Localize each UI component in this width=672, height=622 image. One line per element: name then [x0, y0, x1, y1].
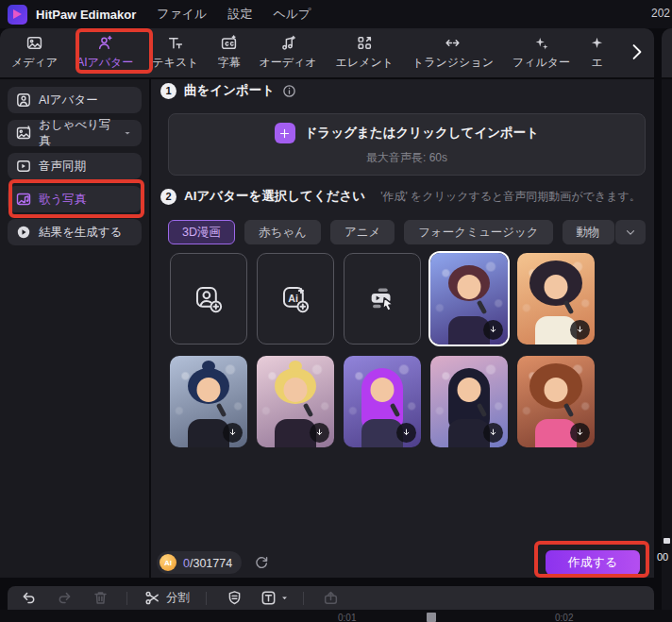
avatar-card-curly-black-hair-singer[interactable] — [517, 253, 595, 345]
split-scissors-icon[interactable] — [144, 590, 160, 606]
category-chip[interactable]: 赤ちゃん — [244, 220, 321, 244]
menu-item[interactable]: ファイル — [157, 6, 207, 23]
category-chip[interactable]: フォークミュージック — [404, 220, 552, 244]
refresh-icon[interactable] — [254, 555, 269, 570]
figure-bun — [289, 361, 302, 372]
download-badge[interactable] — [310, 423, 329, 443]
sidebar-item-singing-photo[interactable]: 歌う写真 — [8, 186, 142, 212]
avatar-card-3d-boy-singer[interactable] — [430, 253, 508, 345]
sidebar-item-lip-sync[interactable]: 音声同期 — [8, 153, 142, 179]
preview-timecode: 00 — [657, 551, 668, 563]
download-badge[interactable] — [570, 320, 590, 340]
sidebar-item-label: 音声同期 — [39, 159, 86, 175]
credits-badge: AI 0/301774 — [157, 551, 242, 574]
sidebar-item-label: 歌う写真 — [39, 192, 86, 208]
undo-icon[interactable] — [21, 590, 37, 606]
app-title: HitPaw Edimakor — [36, 8, 136, 22]
split-label[interactable]: 分割 — [166, 590, 190, 606]
download-icon — [401, 428, 412, 438]
delete-icon[interactable] — [92, 590, 109, 606]
tab-filter[interactable]: フィルター — [503, 28, 580, 77]
figure-head — [458, 275, 481, 299]
timeline-ruler[interactable]: 0:010:02 — [0, 610, 672, 622]
tab-effects[interactable]: エ — [580, 28, 614, 77]
import-plus-button[interactable] — [275, 123, 295, 143]
figure-head — [371, 378, 395, 402]
tab-audio[interactable]: オーディオ — [249, 28, 326, 77]
microphone-prop — [563, 403, 574, 418]
tab-media[interactable]: メディア — [2, 28, 67, 77]
download-badge[interactable] — [483, 320, 503, 340]
chevron-right-icon[interactable] — [627, 42, 647, 62]
avatar-card-blonde-singer[interactable] — [257, 356, 334, 447]
download-badge[interactable] — [483, 423, 503, 443]
export-media-icon[interactable] — [323, 590, 339, 606]
tab-ai-avatar[interactable]: AIアバター — [67, 28, 143, 77]
avatar-card-purple-hair-singer[interactable] — [344, 356, 421, 447]
create-button[interactable]: 作成する — [546, 550, 640, 575]
download-icon — [314, 428, 325, 438]
timeline-tick: 0:02 — [555, 613, 573, 622]
tab-transition[interactable]: トランジション — [403, 28, 503, 77]
menubar-clock-text: 202 — [651, 7, 670, 20]
download-badge[interactable] — [223, 423, 243, 443]
tab-label: 字幕 — [217, 55, 240, 71]
panel-footer: AI 0/301774 作成する — [151, 544, 654, 581]
filter-icon — [533, 35, 549, 51]
expand-categories-button[interactable] — [615, 220, 646, 244]
avatar-card-curly-brown-hair-singer[interactable] — [517, 356, 595, 447]
download-icon — [575, 428, 585, 438]
tab-subtitle[interactable]: 字幕 — [208, 28, 249, 77]
media-icon — [26, 35, 42, 51]
avatar-card-add-photo[interactable] — [170, 253, 247, 345]
step2-header: 2 AIアバターを選択してください '作成' をクリックすると音声同期動画ができ… — [160, 188, 641, 205]
ai-avatar-panel-icon — [16, 92, 31, 108]
avatar-card-blue-bun-singer[interactable] — [170, 356, 247, 447]
menu-item[interactable]: 設定 — [227, 6, 252, 23]
sidebar-item-generate-result[interactable]: 結果を生成する — [8, 219, 142, 245]
marker-badge-icon[interactable] — [227, 590, 243, 606]
category-chips: 3D漫画赤ちゃんアニメフォークミュージック動物 — [168, 220, 614, 244]
redo-icon[interactable] — [57, 590, 73, 606]
avatar-card-long-black-hair-singer[interactable] — [430, 356, 508, 447]
import-dropzone[interactable]: ドラッグまたはクリックしてインポート 最大音声長: 60s — [168, 113, 646, 176]
talking-photo-icon — [16, 126, 31, 141]
sidebar-item-ai-avatar-panel[interactable]: AIアバター — [8, 87, 142, 113]
plus-icon — [278, 127, 291, 140]
tab-text[interactable]: テキスト — [143, 28, 208, 77]
dropdown-caret-icon[interactable] — [279, 593, 290, 603]
audio-icon — [280, 35, 296, 51]
download-icon — [227, 428, 238, 438]
avatar-card-use-template[interactable] — [344, 253, 421, 345]
text-tool-icon[interactable] — [260, 590, 277, 606]
text-icon — [167, 35, 183, 51]
singing-photo-icon — [16, 192, 31, 207]
category-chip[interactable]: 3D漫画 — [168, 220, 235, 244]
tabs: メディアAIアバターテキスト字幕オーディオエレメントトランジションフィルターエ — [2, 28, 614, 77]
preview-panel-edge — [662, 79, 672, 610]
menu-item[interactable]: ヘルプ — [273, 6, 311, 23]
category-chip[interactable]: アニメ — [330, 220, 395, 244]
download-badge[interactable] — [570, 423, 590, 443]
import-hint: 最大音声長: 60s — [366, 150, 447, 166]
preview-control-fragment — [664, 538, 670, 544]
download-icon — [575, 325, 585, 335]
sidebar-item-talking-photo[interactable]: おしゃべり写真 — [8, 120, 142, 146]
avatar-card-ai-generate[interactable]: Ai — [257, 253, 334, 345]
credits-total: /301774 — [190, 557, 232, 570]
microphone-prop — [303, 403, 313, 418]
figure-head — [284, 378, 308, 402]
template-avatar-icon — [366, 283, 398, 315]
generate-result-icon — [16, 225, 31, 240]
download-badge[interactable] — [396, 423, 416, 443]
svg-text:Ai: Ai — [288, 292, 298, 303]
info-icon[interactable] — [282, 84, 296, 98]
step1-header: 1 曲をインポート — [160, 82, 296, 99]
microphone-prop — [216, 403, 227, 418]
figure-head — [197, 378, 221, 402]
add-photo-avatar-icon — [193, 283, 225, 315]
category-chip[interactable]: 動物 — [563, 220, 614, 244]
timeline-marker — [427, 613, 436, 622]
tab-label: メディア — [11, 55, 58, 71]
tab-elements[interactable]: エレメント — [327, 28, 403, 77]
